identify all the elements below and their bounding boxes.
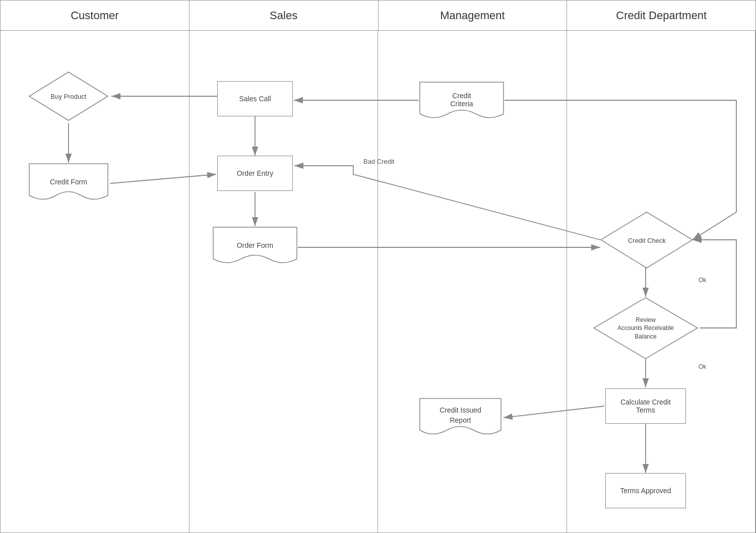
calculate-terms-shape: Calculate Credit Terms — [605, 388, 686, 424]
order-entry-label: Order Entry — [237, 169, 273, 177]
sales-call-label: Sales Call — [239, 95, 271, 103]
lane-label-credit: Credit Department — [616, 9, 707, 22]
lanes-header: Customer Sales Management Credit Departm… — [1, 1, 755, 31]
order-form-label: Order Form — [237, 241, 273, 249]
lane-label-sales: Sales — [270, 9, 297, 22]
credit-check-label: Credit Check — [600, 236, 694, 244]
terms-approved-shape: Terms Approved — [605, 473, 686, 508]
lane-header-management: Management — [379, 1, 568, 30]
order-form-shape: Order Form — [212, 226, 298, 266]
lane-label-customer: Customer — [71, 9, 118, 22]
order-entry-shape: Order Entry — [217, 156, 293, 191]
buy-product-label: Buy Product — [28, 93, 109, 100]
diagram-container: Customer Sales Management Credit Departm… — [0, 0, 756, 533]
lane-header-sales: Sales — [190, 1, 379, 30]
credit-form-label: Credit Form — [50, 178, 87, 186]
review-ar-shape: ReviewAccounts ReceivableBalance — [593, 297, 699, 360]
lanes-body: Buy Product Credit Form Sales Call Order… — [1, 31, 755, 533]
ok1-label: Ok — [699, 277, 706, 284]
lane-header-credit: Credit Department — [567, 1, 755, 30]
bad-credit-label: Bad Credit — [363, 158, 394, 165]
credit-criteria-label: Credit Criteria — [440, 92, 483, 108]
credit-issued-label: Credit IssuedReport — [439, 406, 481, 425]
terms-approved-label: Terms Approved — [620, 487, 671, 495]
ok2-label: Ok — [699, 363, 706, 370]
credit-form-shape: Credit Form — [28, 163, 109, 203]
sales-call-shape: Sales Call — [217, 81, 293, 116]
credit-criteria-shape: Credit Criteria — [419, 81, 505, 121]
review-ar-label: ReviewAccounts ReceivableBalance — [593, 315, 699, 341]
buy-product-shape: Buy Product — [28, 71, 109, 121]
lane-body-credit — [567, 31, 756, 533]
lane-header-customer: Customer — [1, 1, 190, 30]
credit-issued-shape: Credit IssuedReport — [419, 397, 502, 438]
credit-check-shape: Credit Check — [600, 211, 694, 269]
calculate-terms-label: Calculate Credit Terms — [620, 398, 671, 414]
lane-label-management: Management — [440, 9, 505, 22]
